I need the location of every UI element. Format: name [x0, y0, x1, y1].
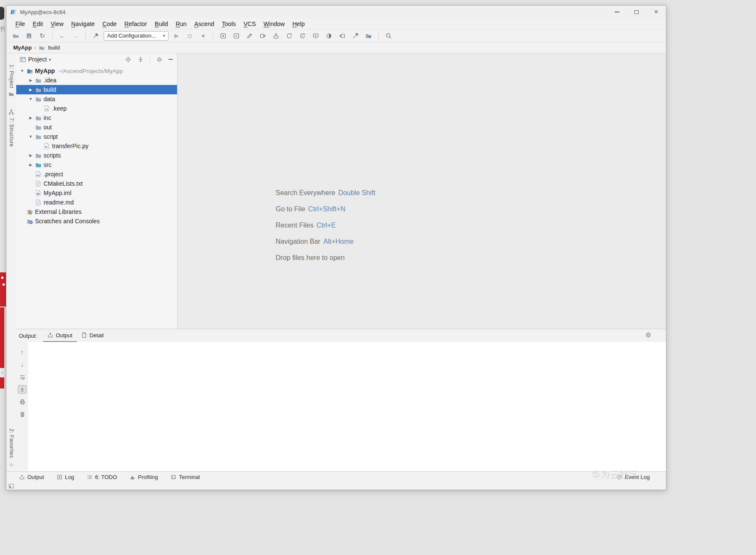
menu-item-navigate[interactable]: Navigate: [67, 18, 99, 29]
chevron-right-icon[interactable]: ▶: [26, 78, 35, 82]
pencil-icon[interactable]: [244, 31, 255, 41]
circular-arrow-icon[interactable]: [284, 31, 294, 41]
settings-gear-icon[interactable]: [156, 56, 163, 63]
box-down-arrow-icon[interactable]: [218, 31, 228, 41]
tree-item-cmakelists-txt[interactable]: CMakeLists.txt: [16, 179, 177, 188]
project-tool-icon[interactable]: [9, 91, 14, 97]
save-icon[interactable]: [24, 31, 34, 41]
chevron-right-icon[interactable]: ▶: [26, 153, 35, 158]
tree-item-path: ~/AscendProjects/MyApp: [58, 68, 123, 74]
maximize-button[interactable]: [627, 6, 646, 18]
chevron-down-icon[interactable]: ▼: [26, 97, 35, 101]
tree-item--keep[interactable]: .keep: [16, 104, 177, 113]
tree-item-scratches-and-consoles[interactable]: Scratches and Consoles: [16, 216, 177, 226]
tree-item-transferpic-py[interactable]: transferPic.py: [16, 141, 177, 151]
tool-window-switcher-icon[interactable]: [9, 483, 14, 489]
tree-item-script[interactable]: ▼script: [16, 132, 177, 141]
search-icon[interactable]: [384, 31, 394, 41]
locate-file-icon[interactable]: [125, 56, 131, 63]
menu-item-run[interactable]: Run: [172, 18, 191, 29]
menu-item-edit[interactable]: Edit: [29, 18, 47, 29]
add-folder-icon[interactable]: [363, 31, 374, 41]
chevron-right-icon[interactable]: ▶: [26, 116, 35, 120]
clear-all-icon[interactable]: [18, 410, 26, 418]
tree-item-build[interactable]: ▶build: [16, 85, 177, 94]
back-icon[interactable]: ←: [57, 31, 67, 41]
red-logo-fragment: [0, 272, 6, 307]
box-dot-icon[interactable]: [231, 31, 241, 41]
tree-item-myapp-iml[interactable]: MyApp.iml: [16, 188, 177, 198]
tree-item-myapp[interactable]: ▼MyApp~/AscendProjects/MyApp: [16, 66, 177, 76]
build-hammer-icon[interactable]: [90, 31, 101, 41]
run-configuration-select[interactable]: Add Configuration... ▾: [104, 31, 169, 41]
stop-icon[interactable]: ■: [198, 31, 208, 41]
chevron-down-icon[interactable]: ▼: [18, 69, 26, 73]
output-console[interactable]: [28, 342, 666, 471]
run-icon[interactable]: ▶: [172, 31, 182, 41]
tree-item-src[interactable]: ▶src: [16, 160, 177, 169]
tree-item-data[interactable]: ▼data: [16, 94, 177, 104]
tool-button-terminal[interactable]: Terminal: [171, 474, 200, 480]
chevron-down-icon[interactable]: ▼: [26, 134, 35, 139]
box-arrow-up-icon[interactable]: [271, 31, 281, 41]
tool-button-log[interactable]: Log: [57, 474, 74, 480]
close-button[interactable]: ×: [646, 6, 666, 18]
settings-gear-icon[interactable]: [645, 332, 651, 339]
sync-icon[interactable]: ↻: [37, 31, 47, 41]
menu-item-tools[interactable]: Tools: [218, 18, 240, 29]
menu-item-build[interactable]: Build: [151, 18, 172, 29]
menu-item-help[interactable]: Help: [288, 18, 308, 29]
tree-item-inc[interactable]: ▶inc: [16, 113, 177, 123]
chevron-right-icon[interactable]: ▶: [26, 88, 35, 92]
soft-wrap-icon[interactable]: [18, 373, 26, 381]
tool-button-output[interactable]: Output: [19, 474, 44, 480]
editor-area[interactable]: Search EverywhereDouble ShiftGo to FileC…: [177, 53, 666, 329]
title-bar[interactable]: MyApp@ecs-8c64 ×: [6, 6, 666, 18]
tool-button-structure[interactable]: 7: Structure: [9, 118, 15, 147]
print-icon[interactable]: [18, 397, 26, 406]
hide-panel-icon[interactable]: [169, 59, 173, 60]
circular-arrow-dot-icon[interactable]: [297, 31, 308, 41]
tree-item--idea[interactable]: ▶.idea: [16, 76, 177, 85]
up-arrow-icon[interactable]: ↑: [18, 348, 26, 356]
tree-item-readme-md[interactable]: readme.md: [16, 198, 177, 207]
tool-button-favorites[interactable]: 2: Favorites: [9, 429, 15, 458]
menu-item-window[interactable]: Window: [260, 18, 289, 29]
down-arrow-icon[interactable]: ↓: [18, 360, 26, 369]
tree-item-label: src: [44, 161, 52, 168]
tree-item-out[interactable]: out: [16, 123, 177, 132]
box-arrow-left-icon[interactable]: [337, 31, 347, 41]
scroll-to-end-icon[interactable]: [18, 385, 26, 394]
wrench-icon[interactable]: [350, 31, 361, 41]
box-arrow-right-icon[interactable]: [258, 31, 268, 41]
monitor-play-icon[interactable]: [311, 31, 321, 41]
open-folder-icon[interactable]: [11, 31, 21, 41]
chevron-right-icon[interactable]: ▶: [26, 163, 35, 167]
menu-item-refactor[interactable]: Refactor: [121, 18, 151, 29]
project-panel-title[interactable]: Project: [28, 56, 47, 63]
menu-item-ascend[interactable]: Ascend: [190, 18, 218, 29]
tab-output[interactable]: Output: [43, 329, 77, 342]
breadcrumb-item-project[interactable]: MyApp: [13, 44, 32, 51]
star-icon[interactable]: ☆: [9, 462, 14, 468]
minimize-button[interactable]: [607, 6, 627, 18]
menu-item-code[interactable]: Code: [99, 18, 120, 29]
breadcrumb-item-build[interactable]: build: [48, 44, 60, 51]
tab-detail[interactable]: Detail: [77, 329, 108, 342]
tree-item--project[interactable]: .project: [16, 169, 177, 179]
forward-icon[interactable]: →: [70, 31, 81, 41]
collapse-all-icon[interactable]: [137, 56, 144, 63]
tree-item-external-libraries[interactable]: External Libraries: [16, 207, 177, 216]
structure-tool-icon[interactable]: [9, 109, 14, 115]
tool-button-profiling[interactable]: Profiling: [130, 474, 158, 480]
menu-item-file[interactable]: File: [12, 18, 29, 29]
debug-bug-icon[interactable]: [185, 31, 195, 41]
tool-button-project[interactable]: 1: Project: [9, 64, 15, 88]
tree-item-scripts[interactable]: ▶scripts: [16, 151, 177, 160]
shortcut-hint: Drop files here to open: [276, 254, 375, 270]
tool-button-todo[interactable]: 6: TODO: [87, 474, 117, 480]
menu-item-vcs[interactable]: VCS: [240, 18, 260, 29]
half-circle-icon[interactable]: [324, 31, 334, 41]
event-log-button[interactable]: Event Log: [616, 474, 650, 480]
menu-item-view[interactable]: View: [47, 18, 67, 29]
